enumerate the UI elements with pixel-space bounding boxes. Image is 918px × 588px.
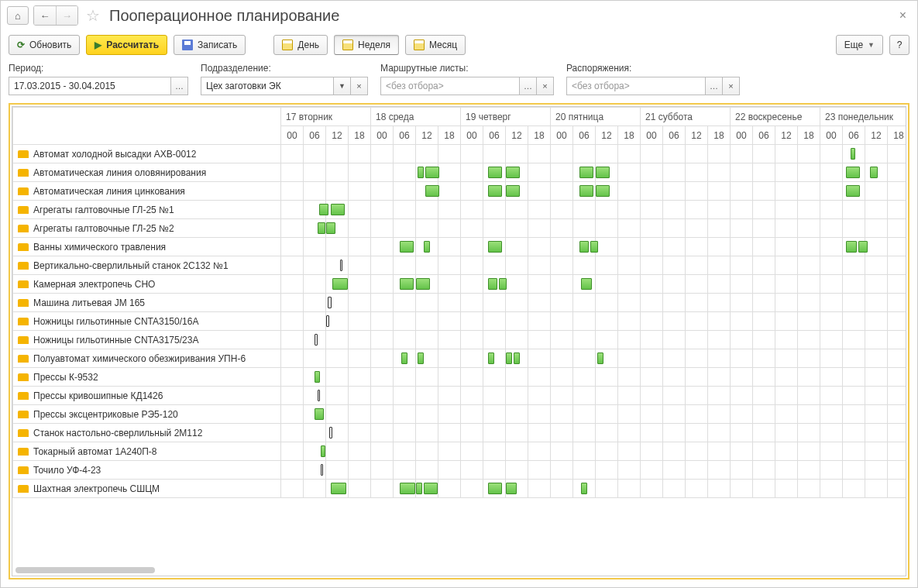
gantt-cell[interactable] (349, 331, 371, 349)
gantt-cell[interactable] (326, 405, 349, 424)
gantt-cell[interactable] (506, 145, 528, 163)
gantt-cell[interactable] (326, 219, 349, 238)
gantt-cell[interactable] (753, 238, 775, 256)
gantt-cell[interactable] (349, 480, 371, 498)
gantt-cell[interactable] (281, 424, 304, 442)
gantt-bar[interactable] (597, 352, 603, 364)
gantt-cell[interactable] (663, 442, 686, 461)
gantt-cell[interactable] (731, 368, 753, 387)
gantt-cell[interactable] (843, 163, 865, 182)
gantt-cell[interactable] (326, 368, 349, 387)
gantt-cell[interactable] (371, 368, 394, 387)
gantt-cell[interactable] (506, 182, 528, 201)
gantt-bar[interactable] (488, 241, 502, 253)
gantt-cell[interactable] (438, 405, 461, 424)
gantt-cell[interactable] (573, 442, 596, 461)
resource-name[interactable]: Агрегаты галтовочные ГЛ-25 №1 (13, 201, 281, 219)
gantt-cell[interactable] (551, 480, 573, 498)
gantt-cell[interactable] (820, 442, 843, 461)
gantt-cell[interactable] (528, 480, 551, 498)
gantt-cell[interactable] (281, 182, 304, 201)
gantt-cell[interactable] (394, 461, 416, 480)
gantt-cell[interactable] (483, 182, 506, 201)
gantt-cell[interactable] (843, 312, 865, 331)
gantt-bar[interactable] (331, 204, 345, 215)
gantt-cell[interactable] (843, 238, 865, 256)
gantt-cell[interactable] (573, 275, 596, 294)
gantt-cell[interactable] (416, 256, 438, 275)
gantt-cell[interactable] (416, 480, 438, 498)
gantt-cell[interactable] (573, 238, 596, 256)
gantt-cell[interactable] (843, 275, 865, 294)
gantt-cell[interactable] (551, 461, 573, 480)
gantt-cell[interactable] (416, 368, 438, 387)
gantt-cell[interactable] (686, 312, 708, 331)
gantt-cell[interactable] (888, 294, 906, 312)
gantt-cell[interactable] (506, 480, 528, 498)
gantt-cell[interactable] (843, 219, 865, 238)
gantt-cell[interactable] (865, 387, 888, 405)
gantt-cell[interactable] (573, 256, 596, 275)
gantt-cell[interactable] (865, 461, 888, 480)
gantt-cell[interactable] (753, 331, 775, 349)
gantt-cell[interactable] (663, 312, 686, 331)
gantt-cell[interactable] (528, 238, 551, 256)
gantt-bar[interactable] (315, 408, 324, 420)
gantt-cell[interactable] (888, 442, 906, 461)
gantt-cell[interactable] (686, 238, 708, 256)
gantt-cell[interactable] (686, 461, 708, 480)
gantt-cell[interactable] (438, 461, 461, 480)
gantt-cell[interactable] (708, 461, 731, 480)
gantt-bar[interactable] (318, 390, 320, 401)
gantt-cell[interactable] (349, 387, 371, 405)
gantt-cell[interactable] (820, 349, 843, 368)
gantt-cell[interactable] (506, 442, 528, 461)
gantt-cell[interactable] (686, 182, 708, 201)
gantt-cell[interactable] (753, 424, 775, 442)
gantt-cell[interactable] (753, 294, 775, 312)
gantt-cell[interactable] (326, 387, 349, 405)
gantt-cell[interactable] (731, 312, 753, 331)
gantt-cell[interactable] (753, 219, 775, 238)
gantt-cell[interactable] (349, 201, 371, 219)
gantt-cell[interactable] (528, 424, 551, 442)
gantt-cell[interactable] (596, 275, 618, 294)
gantt-bar[interactable] (331, 483, 346, 494)
gantt-cell[interactable] (865, 294, 888, 312)
gantt-cell[interactable] (820, 238, 843, 256)
gantt-cell[interactable] (394, 349, 416, 368)
gantt-cell[interactable] (349, 405, 371, 424)
gantt-cell[interactable] (731, 256, 753, 275)
gantt-cell[interactable] (686, 368, 708, 387)
gantt-cell[interactable] (775, 480, 798, 498)
gantt-cell[interactable] (506, 349, 528, 368)
gantt-cell[interactable] (528, 182, 551, 201)
gantt-cell[interactable] (483, 480, 506, 498)
gantt-cell[interactable] (371, 201, 394, 219)
gantt-cell[interactable] (573, 182, 596, 201)
gantt-cell[interactable] (888, 163, 906, 182)
gantt-cell[interactable] (820, 256, 843, 275)
gantt-cell[interactable] (820, 368, 843, 387)
gantt-cell[interactable] (506, 294, 528, 312)
gantt-cell[interactable] (416, 182, 438, 201)
gantt-cell[interactable] (596, 368, 618, 387)
gantt-cell[interactable] (551, 294, 573, 312)
gantt-cell[interactable] (349, 349, 371, 368)
gantt-cell[interactable] (663, 387, 686, 405)
resource-name[interactable]: Шахтная электропечь СШЦМ (13, 480, 281, 498)
gantt-cell[interactable] (663, 331, 686, 349)
dept-clear-button[interactable]: × (351, 77, 368, 95)
gantt-bar[interactable] (329, 427, 332, 438)
gantt-cell[interactable] (416, 219, 438, 238)
gantt-cell[interactable] (371, 480, 394, 498)
gantt-cell[interactable] (281, 238, 304, 256)
gantt-cell[interactable] (843, 294, 865, 312)
gantt-cell[interactable] (394, 480, 416, 498)
gantt-cell[interactable] (798, 387, 820, 405)
gantt-cell[interactable] (686, 331, 708, 349)
gantt-cell[interactable] (438, 163, 461, 182)
gantt-cell[interactable] (483, 256, 506, 275)
gantt-cell[interactable] (798, 294, 820, 312)
gantt-cell[interactable] (438, 387, 461, 405)
